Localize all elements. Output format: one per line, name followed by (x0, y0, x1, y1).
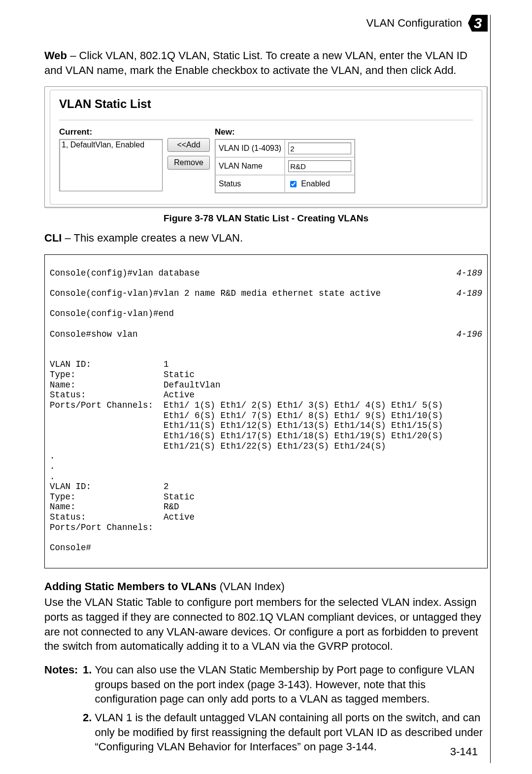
cli-body: VLAN ID: 1 Type: Static Name: DefaultVla… (50, 359, 443, 553)
panel-title: VLAN Static List (59, 97, 473, 111)
page-number: 3-141 (450, 745, 478, 758)
chapter-badge: 3 (468, 15, 488, 32)
cli-line: Console(config-vlan)#vlan 2 name R&D med… (50, 288, 482, 299)
note-item: VLAN 1 is the default untagged VLAN cont… (95, 710, 488, 754)
enabled-text: Enabled (301, 179, 330, 188)
new-vlan-grid: VLAN ID (1-4093) VLAN Name Status Enable… (215, 139, 355, 193)
vlan-id-input[interactable] (288, 142, 351, 154)
section-heading-bold: Adding Static Members to VLANs (44, 580, 217, 593)
cli-lead: CLI (44, 232, 62, 244)
cli-line: Console(config-vlan)#end (50, 309, 482, 319)
page-header: VLAN Configuration 3 (44, 15, 488, 32)
vlan-name-input[interactable] (288, 160, 351, 172)
figure-caption: Figure 3-78 VLAN Static List - Creating … (44, 213, 488, 224)
section-heading: Adding Static Members to VLANs (VLAN Ind… (44, 580, 488, 593)
remove-button[interactable]: Remove (167, 156, 210, 170)
list-item[interactable]: 1, DefaultVlan, Enabled (62, 141, 160, 149)
button-column: <<Add Remove (167, 138, 210, 170)
cli-line: Console(config)#vlan database4-189 (50, 268, 482, 279)
notes-block: Notes: You can also use the VLAN Static … (44, 663, 488, 758)
notes-list: You can also use the VLAN Static Members… (82, 663, 488, 758)
new-column: New: VLAN ID (1-4093) VLAN Name Status E… (215, 127, 355, 193)
section-heading-rest: (VLAN Index) (217, 580, 285, 593)
enabled-checkbox-label[interactable]: Enabled (288, 179, 330, 189)
vlan-static-list-panel: VLAN Static List Current: 1, DefaultVlan… (44, 86, 488, 208)
divider (59, 120, 473, 120)
current-listbox[interactable]: 1, DefaultVlan, Enabled (59, 139, 163, 191)
new-label: New: (215, 127, 355, 137)
add-button[interactable]: <<Add (167, 138, 210, 152)
intro-paragraph: Web – Click VLAN, 802.1Q VLAN, Static Li… (44, 48, 488, 77)
vlan-id-label: VLAN ID (1-4093) (215, 140, 285, 157)
right-margin-line (490, 15, 491, 763)
cli-text: – This example creates a new VLAN. (62, 232, 243, 244)
note-item: You can also use the VLAN Static Members… (95, 663, 488, 706)
enabled-checkbox[interactable] (290, 181, 297, 187)
current-label: Current: (59, 127, 163, 137)
cli-intro: CLI – This example creates a new VLAN. (44, 231, 488, 246)
status-label: Status (215, 175, 285, 193)
cli-output-box: Console(config)#vlan database4-189 Conso… (44, 254, 488, 568)
intro-lead: Web (44, 49, 67, 62)
notes-label: Notes: (44, 663, 78, 758)
section-paragraph: Use the VLAN Static Table to configure p… (44, 595, 488, 654)
cli-line: Console#show vlan4-196 (50, 329, 482, 340)
intro-text: – Click VLAN, 802.1Q VLAN, Static List. … (44, 49, 467, 76)
current-column: Current: 1, DefaultVlan, Enabled (59, 127, 163, 191)
vlan-name-label: VLAN Name (215, 157, 285, 175)
header-title: VLAN Configuration (366, 17, 462, 30)
